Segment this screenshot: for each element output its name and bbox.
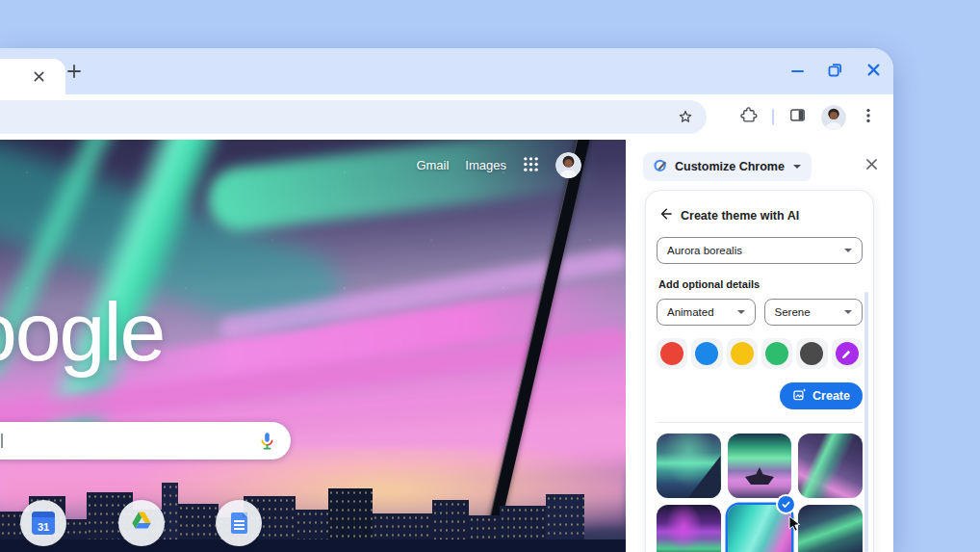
window-close-button[interactable]	[866, 63, 881, 81]
browser-menu-icon[interactable]	[861, 108, 876, 127]
account-avatar[interactable]	[555, 152, 581, 178]
color-swatch-gray[interactable]	[796, 338, 827, 369]
shortcut-google-calendar[interactable]: 31	[20, 500, 66, 546]
bookmark-star-icon[interactable]	[677, 108, 694, 129]
browser-content: Gmail Images Google	[0, 140, 893, 552]
toolbar-divider	[772, 109, 774, 125]
create-theme-card: Create theme with AI Aurora borealis Add…	[645, 190, 874, 552]
side-panel-icon[interactable]	[788, 106, 807, 128]
mood-select[interactable]: Animated	[657, 299, 756, 326]
chevron-down-icon	[844, 249, 852, 252]
search-input[interactable]	[0, 422, 291, 460]
chevron-down-icon	[793, 165, 801, 169]
browser-window: Gmail Images Google	[0, 48, 893, 552]
new-tab-page: Gmail Images Google	[0, 140, 626, 552]
address-bar[interactable]	[0, 100, 707, 134]
customize-chrome-title: Customize Chrome	[675, 160, 785, 173]
browser-toolbar	[0, 94, 893, 140]
detail-selects-row: Animated Serene	[657, 299, 863, 326]
create-row: Create	[657, 382, 863, 409]
theme-thumbnail[interactable]	[728, 505, 792, 552]
chevron-down-icon	[844, 310, 852, 314]
theme-thumbnail[interactable]	[728, 434, 792, 498]
theme-thumbnail[interactable]	[657, 505, 721, 552]
create-button[interactable]: Create	[780, 382, 863, 409]
chevron-down-icon	[737, 310, 745, 314]
text-caret	[1, 434, 3, 448]
panel-scrollbar[interactable]	[864, 292, 868, 552]
apps-grid-icon[interactable]	[523, 156, 539, 175]
toolbar-actions	[739, 94, 876, 140]
window-restore-button[interactable]	[828, 63, 842, 81]
shortcut-google-drive[interactable]	[118, 500, 165, 546]
card-title-row: Create theme with AI	[658, 207, 861, 223]
drive-icon	[130, 511, 153, 536]
panel-close-icon[interactable]	[865, 157, 878, 174]
theme-thumbnail[interactable]	[657, 434, 721, 498]
custom-color-swatch[interactable]	[832, 338, 863, 369]
docs-icon	[231, 513, 247, 534]
shortcut-google-docs[interactable]	[216, 500, 262, 546]
new-tab-button[interactable]	[66, 64, 82, 83]
window-minimize-button[interactable]	[791, 70, 804, 73]
color-swatch-green[interactable]	[761, 338, 792, 369]
color-swatch-red[interactable]	[657, 338, 687, 369]
city-skyline	[0, 477, 626, 552]
image-sparkle-icon	[792, 387, 807, 405]
color-swatch-blue[interactable]	[691, 338, 722, 369]
gmail-link[interactable]: Gmail	[416, 158, 449, 172]
desktop-background: Gmail Images Google	[0, 0, 980, 552]
divider	[657, 422, 863, 423]
active-tab[interactable]	[0, 59, 65, 94]
theme-results-grid	[657, 434, 863, 552]
color-swatch-yellow[interactable]	[727, 338, 758, 369]
selected-check-badge	[776, 494, 796, 514]
voice-search-mic-icon[interactable]	[257, 431, 277, 455]
google-logo: Google	[0, 290, 164, 373]
images-link[interactable]: Images	[465, 158, 506, 172]
style-select[interactable]: Serene	[764, 299, 864, 326]
tab-strip	[0, 48, 893, 94]
optional-details-label: Add optional details	[658, 278, 861, 290]
mouse-cursor	[788, 515, 801, 536]
tab-close-icon[interactable]	[33, 69, 45, 87]
card-title: Create theme with AI	[681, 209, 799, 223]
customize-chrome-icon	[654, 158, 668, 175]
extensions-icon[interactable]	[739, 106, 758, 128]
pencil-icon	[841, 349, 852, 359]
ntp-header: Gmail Images	[416, 152, 581, 178]
customize-chrome-header[interactable]: Customize Chrome	[643, 152, 812, 181]
back-arrow-icon[interactable]	[658, 207, 672, 223]
theme-subject-select[interactable]: Aurora borealis	[657, 237, 863, 264]
profile-avatar[interactable]	[821, 105, 846, 130]
calendar-icon: 31	[32, 512, 55, 535]
theme-thumbnail[interactable]	[798, 505, 863, 552]
window-controls	[791, 48, 881, 94]
theme-thumbnail[interactable]	[798, 434, 863, 498]
customize-chrome-panel: Customize Chrome Create theme with AI Au…	[626, 140, 893, 552]
color-swatches	[657, 338, 863, 369]
